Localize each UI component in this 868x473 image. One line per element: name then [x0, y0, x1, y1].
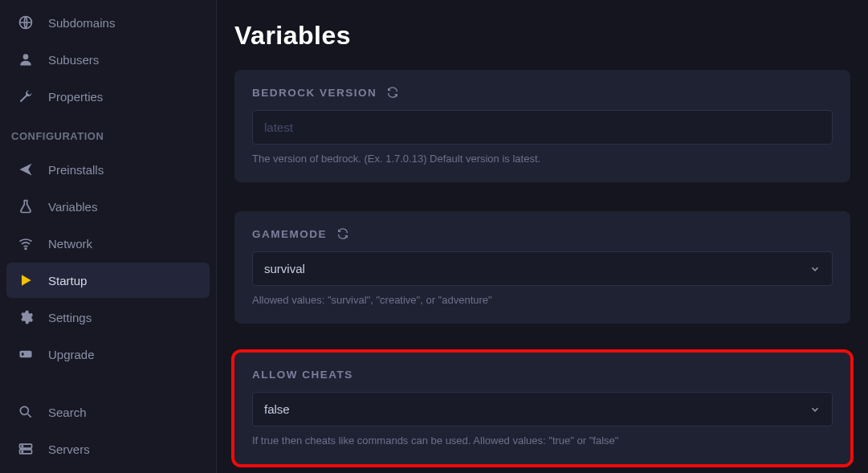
card-label: ALLOW CHEATS: [252, 369, 353, 381]
input-placeholder: latest: [264, 120, 293, 134]
send-icon: [18, 161, 34, 177]
sidebar-item-subdomains[interactable]: Subdomains: [6, 5, 210, 40]
sidebar-item-label: Subdomains: [48, 16, 115, 30]
svg-rect-3: [20, 351, 32, 357]
sidebar-item-settings[interactable]: Settings: [6, 300, 210, 335]
sidebar-item-dedicated[interactable]: Dedicated: [6, 468, 210, 473]
sidebar-item-label: Variables: [48, 200, 97, 214]
card-label: BEDROCK VERSION: [252, 87, 377, 99]
search-icon: [18, 404, 34, 420]
gamemode-select[interactable]: survival: [252, 251, 833, 286]
select-value: survival: [264, 262, 305, 275]
user-icon: [18, 51, 34, 67]
sidebar-heading-config: CONFIGURATION: [0, 119, 216, 147]
sidebar-item-label: Startup: [48, 274, 87, 287]
refresh-icon[interactable]: [386, 86, 399, 99]
allow-cheats-select[interactable]: false: [252, 392, 833, 426]
card-gamemode: GAMEMODE survival Allowed values: "survi…: [234, 211, 850, 324]
sidebar-item-preinstalls[interactable]: Preinstalls: [6, 152, 210, 187]
sidebar-item-label: Upgrade: [48, 348, 95, 361]
sidebar-item-label: Subusers: [48, 53, 99, 67]
flask-icon: [18, 198, 34, 214]
svg-point-8: [22, 446, 23, 447]
svg-point-9: [22, 451, 23, 453]
wifi-icon: [18, 235, 34, 251]
wrench-icon: [18, 88, 34, 104]
chevron-down-icon: [809, 404, 821, 415]
sidebar-item-upgrade[interactable]: Upgrade: [6, 336, 210, 372]
svg-point-5: [20, 406, 28, 414]
sidebar-item-label: Network: [48, 237, 92, 251]
sidebar-item-label: Settings: [48, 311, 92, 324]
sidebar-item-network[interactable]: Network: [6, 226, 210, 261]
globe-icon: [18, 14, 34, 31]
sidebar-item-search[interactable]: Search: [6, 394, 210, 430]
svg-point-1: [23, 54, 29, 59]
sidebar-item-startup[interactable]: Startup: [6, 263, 210, 298]
card-bedrock-version: BEDROCK VERSION latest The version of be…: [234, 70, 850, 182]
bedrock-version-input[interactable]: latest: [252, 110, 833, 145]
play-icon: [18, 272, 34, 288]
ticket-icon: [18, 346, 34, 362]
sidebar-item-variables[interactable]: Variables: [6, 189, 210, 224]
sidebar: Subdomains Subusers Properties CONFIGURA…: [0, 0, 217, 473]
chevron-down-icon: [809, 263, 821, 275]
help-text: The version of bedrock. (Ex. 1.7.0.13) D…: [252, 153, 833, 165]
main-content: Variables BEDROCK VERSION latest The ver…: [217, 0, 868, 473]
select-value: false: [264, 402, 290, 416]
sidebar-item-label: Servers: [48, 442, 90, 456]
server-icon: [18, 441, 34, 457]
sidebar-item-subusers[interactable]: Subusers: [6, 42, 210, 77]
sidebar-item-properties[interactable]: Properties: [6, 79, 210, 114]
card-label: GAMEMODE: [252, 228, 327, 240]
svg-rect-4: [22, 353, 24, 355]
sidebar-item-label: Properties: [48, 90, 103, 104]
page-title: Variables: [234, 21, 850, 51]
help-text: Allowed values: "survival", "creative", …: [252, 294, 833, 306]
help-text: If true then cheats like commands can be…: [252, 434, 833, 446]
sidebar-item-servers[interactable]: Servers: [6, 431, 210, 467]
refresh-icon[interactable]: [336, 227, 349, 240]
card-allow-cheats: ALLOW CHEATS false If true then cheats l…: [234, 353, 850, 464]
svg-point-2: [25, 248, 26, 250]
gear-icon: [18, 309, 34, 325]
sidebar-item-label: Search: [48, 406, 87, 419]
sidebar-item-label: Preinstalls: [48, 163, 104, 177]
